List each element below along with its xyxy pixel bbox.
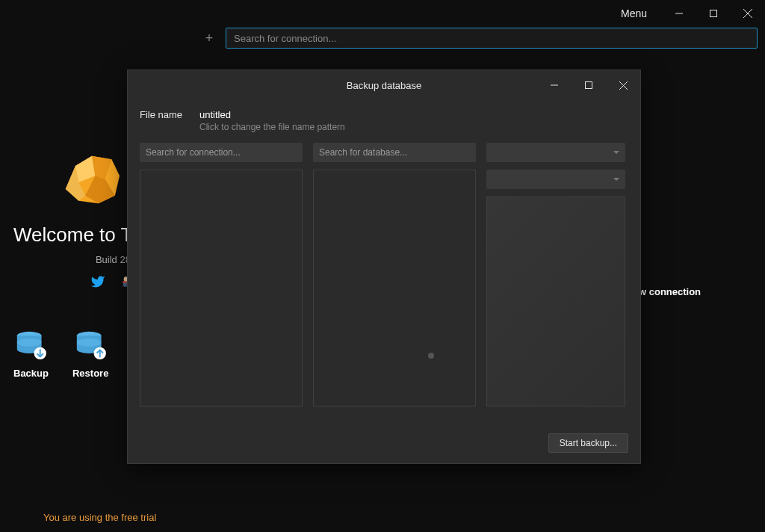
window-maximize-button[interactable] [696, 0, 731, 27]
dialog-minimize-button[interactable] [537, 70, 572, 100]
minimize-icon [551, 81, 558, 89]
dialog-body: File name untitled Click to change the f… [128, 100, 640, 406]
option-dropdown-1[interactable] [486, 143, 625, 162]
svg-rect-19 [586, 82, 592, 89]
svg-rect-1 [710, 10, 717, 17]
dialog-database-search-input[interactable] [313, 143, 476, 162]
plus-icon: + [205, 31, 214, 46]
database-backup-icon [14, 330, 47, 360]
add-connection-button[interactable]: + [200, 29, 218, 47]
dialog-maximize-button[interactable] [572, 70, 606, 100]
file-name-label: File name [140, 109, 185, 120]
twitter-icon[interactable] [90, 274, 105, 289]
backup-label: Backup [13, 368, 49, 379]
database-restore-icon [74, 330, 107, 360]
svg-point-16 [77, 338, 102, 347]
app-logo-icon [58, 149, 126, 205]
close-icon [619, 81, 628, 90]
column-resize-handle[interactable] [428, 353, 434, 359]
file-name-value[interactable]: untitled [199, 109, 231, 120]
preview-pane [486, 197, 625, 406]
database-list[interactable] [313, 170, 476, 406]
restore-action[interactable]: Restore [72, 330, 108, 379]
connection-search-input[interactable] [226, 28, 758, 49]
top-search-row: + [200, 27, 758, 49]
menu-button[interactable]: Menu [606, 7, 662, 19]
svg-point-13 [17, 338, 42, 347]
dialog-title: Backup database [347, 80, 421, 91]
dialog-connection-search-input[interactable] [140, 143, 303, 162]
dialog-titlebar[interactable]: Backup database [128, 70, 640, 100]
dialog-close-button[interactable] [606, 70, 640, 100]
minimize-icon [675, 10, 683, 17]
trial-notice[interactable]: You are using the free trial [43, 512, 156, 523]
new-connection-partial-label: w connection [639, 286, 701, 297]
backup-action[interactable]: Backup [13, 330, 49, 379]
window-minimize-button[interactable] [662, 0, 696, 27]
file-name-hint[interactable]: Click to change the file name pattern [199, 122, 628, 132]
maximize-icon [585, 81, 592, 89]
window-titlebar: Menu [606, 0, 765, 27]
start-backup-button[interactable]: Start backup... [548, 433, 628, 453]
connection-list[interactable] [140, 170, 303, 406]
restore-label: Restore [72, 368, 108, 379]
close-icon [743, 9, 752, 18]
backup-database-dialog: Backup database File name untitled Click… [127, 69, 641, 464]
option-dropdown-2[interactable] [486, 170, 625, 189]
window-close-button[interactable] [731, 0, 765, 27]
maximize-icon [710, 10, 717, 17]
